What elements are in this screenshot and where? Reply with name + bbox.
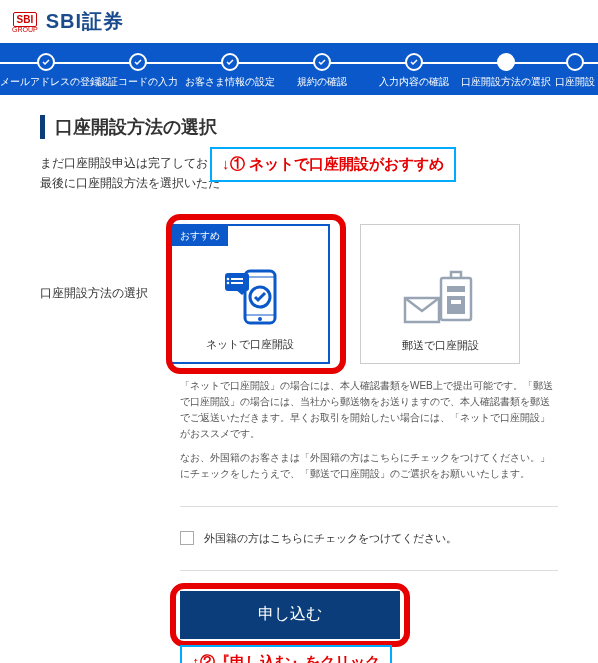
svg-point-3	[227, 277, 230, 280]
step-code: 認証コードの入力	[92, 53, 184, 89]
check-icon	[313, 53, 331, 71]
foreign-checkbox-label: 外国籍の方はこちらにチェックをつけてください。	[204, 531, 457, 546]
postal-icon	[401, 268, 479, 330]
option-net-label: ネットで口座開設	[206, 337, 294, 352]
step-confirm: 入力内容の確認	[368, 53, 460, 89]
main-content: 口座開設方法の選択 まだ口座開設申込は完了しており 最後に口座開設方法を選択いた…	[0, 95, 598, 663]
logo-sub: GROUP	[12, 26, 38, 33]
annotation-2: ↑②『申し込む』をクリック	[180, 645, 392, 663]
foreign-checkbox-row: 外国籍の方はこちらにチェックをつけてください。	[180, 506, 558, 571]
progress-stepper: メールアドレスの登録 認証コードの入力 お客さま情報の設定 規約の確認 入力内容…	[0, 43, 598, 95]
current-step-icon	[497, 53, 515, 71]
logo-badge: SBI	[13, 12, 38, 27]
annotation-1: ↓① ネットで口座開設がおすすめ	[210, 147, 456, 182]
step-open: 口座開設	[552, 53, 598, 89]
smartphone-check-icon	[215, 267, 285, 329]
svg-rect-1	[231, 278, 243, 280]
svg-rect-10	[447, 286, 465, 292]
step-terms: 規約の確認	[276, 53, 368, 89]
svg-rect-2	[231, 282, 243, 284]
step-info: お客さま情報の設定	[184, 53, 276, 89]
step-method: 口座開設方法の選択	[460, 53, 552, 89]
option-mail[interactable]: 郵送で口座開設	[360, 224, 520, 364]
brand-name: SBI証券	[46, 8, 124, 35]
recommended-badge: おすすめ	[172, 226, 228, 246]
app-header: SBI GROUP SBI証券	[0, 0, 598, 43]
option-group: おすすめ ネットで	[170, 224, 558, 364]
check-icon	[37, 53, 55, 71]
step-icon	[566, 53, 584, 71]
option-mail-label: 郵送で口座開設	[402, 338, 479, 353]
page-title-wrap: 口座開設方法の選択	[40, 115, 558, 139]
check-icon	[129, 53, 147, 71]
svg-rect-11	[447, 296, 465, 314]
submit-wrap: 申し込む	[180, 591, 558, 639]
check-icon	[221, 53, 239, 71]
logo-badge-wrap: SBI GROUP	[12, 11, 38, 33]
check-icon	[405, 53, 423, 71]
selection-label: 口座開設方法の選択	[40, 285, 150, 302]
desc-text-1: 「ネットで口座開設」の場合には、本人確認書類をWEB上で提出可能です。「郵送で口…	[180, 378, 558, 442]
description-block: 「ネットで口座開設」の場合には、本人確認書類をWEB上で提出可能です。「郵送で口…	[180, 378, 558, 482]
foreign-checkbox[interactable]	[180, 531, 194, 545]
desc-text-2: なお、外国籍のお客さまは「外国籍の方はこちらにチェックをつけてください。」にチェ…	[180, 450, 558, 482]
submit-button[interactable]: 申し込む	[180, 591, 400, 639]
svg-rect-12	[451, 300, 461, 304]
step-email: メールアドレスの登録	[0, 53, 92, 89]
svg-point-8	[258, 317, 262, 321]
page-title: 口座開設方法の選択	[55, 115, 558, 139]
option-net[interactable]: おすすめ ネットで	[170, 224, 330, 364]
svg-point-4	[227, 281, 230, 284]
